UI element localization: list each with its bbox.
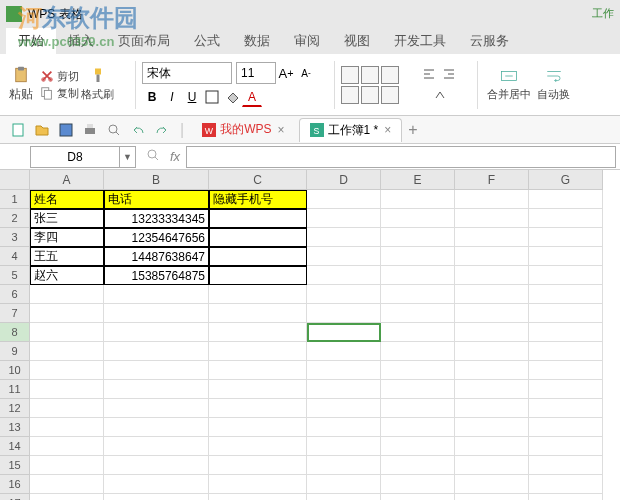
ribbon-tab-formula[interactable]: 公式 [182,28,232,54]
top-right-label[interactable]: 工作 [592,6,614,21]
column-header-d[interactable]: D [307,170,381,190]
cell-C8[interactable] [209,323,307,342]
cell-F15[interactable] [455,456,529,475]
cell-G9[interactable] [529,342,603,361]
cell-G11[interactable] [529,380,603,399]
cell-C2[interactable] [209,209,307,228]
ribbon-tab-layout[interactable]: 页面布局 [106,28,182,54]
cell-F12[interactable] [455,399,529,418]
formula-bar[interactable] [186,146,616,168]
add-tab-button[interactable]: + [408,121,417,139]
row-header[interactable]: 7 [0,304,30,323]
cell-A14[interactable] [30,437,104,456]
cell-G7[interactable] [529,304,603,323]
cell-B10[interactable] [104,361,209,380]
ribbon-tab-dev[interactable]: 开发工具 [382,28,458,54]
cell-F2[interactable] [455,209,529,228]
row-header[interactable]: 13 [0,418,30,437]
cell-D8[interactable] [307,323,381,342]
ribbon-tab-insert[interactable]: 插入 [56,28,106,54]
cell-A12[interactable] [30,399,104,418]
cell-D13[interactable] [307,418,381,437]
column-header-c[interactable]: C [209,170,307,190]
cell-A2[interactable]: 张三 [30,209,104,228]
align-bottom-center[interactable] [361,86,379,104]
fx-cancel-button[interactable] [146,148,160,165]
cell-grid[interactable]: 姓名电话隐藏手机号张三13233334345李四12354647656王五144… [30,190,603,500]
decrease-font-button[interactable]: A- [296,63,316,83]
cell-F5[interactable] [455,266,529,285]
cell-G17[interactable] [529,494,603,500]
row-header[interactable]: 9 [0,342,30,361]
cell-F7[interactable] [455,304,529,323]
cell-E13[interactable] [381,418,455,437]
column-header-g[interactable]: G [529,170,603,190]
cell-B11[interactable] [104,380,209,399]
cell-F14[interactable] [455,437,529,456]
print-preview-button[interactable] [103,119,125,141]
cell-F10[interactable] [455,361,529,380]
fill-color-button[interactable] [222,87,242,107]
cell-D17[interactable] [307,494,381,500]
cell-B3[interactable]: 12354647656 [104,228,209,247]
cell-E8[interactable] [381,323,455,342]
cell-C14[interactable] [209,437,307,456]
cell-A7[interactable] [30,304,104,323]
cell-B17[interactable] [104,494,209,500]
name-box-dropdown[interactable]: ▼ [120,146,136,168]
row-header[interactable]: 6 [0,285,30,304]
save-button[interactable] [55,119,77,141]
row-header[interactable]: 10 [0,361,30,380]
cell-B5[interactable]: 15385764875 [104,266,209,285]
cell-F16[interactable] [455,475,529,494]
row-header[interactable]: 14 [0,437,30,456]
cell-A5[interactable]: 赵六 [30,266,104,285]
row-header[interactable]: 15 [0,456,30,475]
cell-F13[interactable] [455,418,529,437]
cell-F6[interactable] [455,285,529,304]
align-bottom-right[interactable] [381,86,399,104]
cell-G5[interactable] [529,266,603,285]
cell-B13[interactable] [104,418,209,437]
cell-D11[interactable] [307,380,381,399]
cut-button[interactable]: 剪切 [40,69,79,84]
cell-D1[interactable] [307,190,381,209]
align-top-right[interactable] [381,66,399,84]
cell-E16[interactable] [381,475,455,494]
row-header[interactable]: 2 [0,209,30,228]
cell-E10[interactable] [381,361,455,380]
merge-center-button[interactable]: 合并居中 [487,67,531,102]
cell-C15[interactable] [209,456,307,475]
indent-decrease-button[interactable] [419,65,439,85]
font-size-select[interactable] [236,62,276,84]
cell-A9[interactable] [30,342,104,361]
cell-B6[interactable] [104,285,209,304]
cell-E12[interactable] [381,399,455,418]
cell-B12[interactable] [104,399,209,418]
cell-D5[interactable] [307,266,381,285]
cell-D10[interactable] [307,361,381,380]
cell-A6[interactable] [30,285,104,304]
cell-F8[interactable] [455,323,529,342]
align-top-left[interactable] [341,66,359,84]
ribbon-tab-data[interactable]: 数据 [232,28,282,54]
cell-D4[interactable] [307,247,381,266]
cell-E6[interactable] [381,285,455,304]
undo-button[interactable] [127,119,149,141]
cell-G12[interactable] [529,399,603,418]
cell-G13[interactable] [529,418,603,437]
column-header-a[interactable]: A [30,170,104,190]
cell-G16[interactable] [529,475,603,494]
row-header[interactable]: 11 [0,380,30,399]
font-name-select[interactable] [142,62,232,84]
cell-E2[interactable] [381,209,455,228]
indent-increase-button[interactable] [439,65,459,85]
cell-A16[interactable] [30,475,104,494]
row-header[interactable]: 17 [0,494,30,500]
row-header[interactable]: 1 [0,190,30,209]
cell-C10[interactable] [209,361,307,380]
cell-B7[interactable] [104,304,209,323]
print-button[interactable] [79,119,101,141]
cell-G15[interactable] [529,456,603,475]
cell-E15[interactable] [381,456,455,475]
